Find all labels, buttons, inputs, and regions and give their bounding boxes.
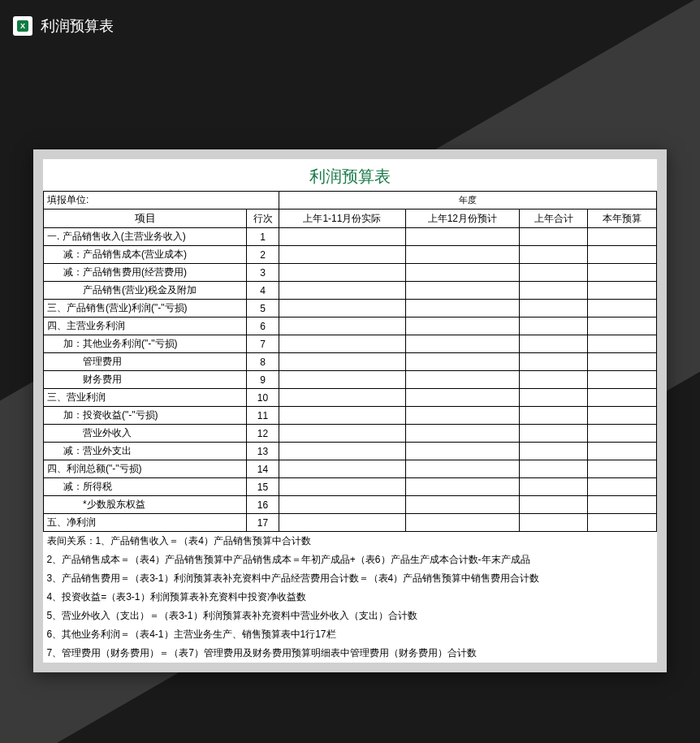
- row-label: 三、产品销售(营业)利润("-"亏损): [44, 300, 247, 318]
- data-cell[interactable]: [405, 443, 519, 460]
- data-cell[interactable]: [279, 228, 406, 246]
- data-cell[interactable]: [519, 282, 588, 300]
- row-label: 四、主营业务利润: [44, 318, 247, 335]
- file-title: 利润预算表: [41, 16, 114, 36]
- note-text: 4、投资收益=（表3-1）利润预算表补充资料中投资净收益数: [44, 588, 657, 607]
- data-cell[interactable]: [519, 443, 588, 460]
- data-cell[interactable]: [405, 300, 519, 318]
- data-cell[interactable]: [519, 264, 588, 282]
- data-cell[interactable]: [519, 335, 588, 353]
- data-cell[interactable]: [519, 478, 588, 496]
- data-cell[interactable]: [588, 460, 657, 478]
- data-cell[interactable]: [279, 335, 406, 353]
- data-cell[interactable]: [405, 389, 519, 407]
- row-number: 8: [247, 353, 279, 371]
- col-header-1: 上年1-11月份实际: [279, 210, 406, 228]
- data-cell[interactable]: [519, 371, 588, 389]
- data-cell[interactable]: [588, 318, 657, 335]
- data-cell[interactable]: [405, 335, 519, 353]
- note-row: 4、投资收益=（表3-1）利润预算表补充资料中投资净收益数: [44, 588, 657, 607]
- data-cell[interactable]: [519, 300, 588, 318]
- data-cell[interactable]: [405, 282, 519, 300]
- table-row: 减：产品销售成本(营业成本)2: [44, 246, 657, 264]
- note-row: 表间关系：1、产品销售收入＝（表4）产品销售预算中合计数: [44, 532, 657, 551]
- data-cell[interactable]: [279, 353, 406, 371]
- data-cell[interactable]: [279, 478, 406, 496]
- data-cell[interactable]: [588, 425, 657, 443]
- data-cell[interactable]: [405, 246, 519, 264]
- data-cell[interactable]: [279, 300, 406, 318]
- data-cell[interactable]: [279, 264, 406, 282]
- data-cell[interactable]: [519, 318, 588, 335]
- row-number: 6: [247, 318, 279, 335]
- data-cell[interactable]: [405, 478, 519, 496]
- data-cell[interactable]: [588, 228, 657, 246]
- unit-label: 填报单位:: [44, 192, 279, 210]
- note-row: 5、营业外收入（支出）＝（表3-1）利润预算表补充资料中营业外收入（支出）合计数: [44, 607, 657, 625]
- data-cell[interactable]: [279, 514, 406, 532]
- year-label: 年度: [279, 192, 657, 210]
- data-cell[interactable]: [519, 460, 588, 478]
- row-number: 11: [247, 407, 279, 425]
- data-cell[interactable]: [405, 228, 519, 246]
- data-cell[interactable]: [519, 246, 588, 264]
- data-cell[interactable]: [405, 371, 519, 389]
- table-row: 减：所得税15: [44, 478, 657, 496]
- data-cell[interactable]: [588, 496, 657, 514]
- data-cell[interactable]: [519, 514, 588, 532]
- data-cell[interactable]: [405, 353, 519, 371]
- data-cell[interactable]: [588, 300, 657, 318]
- data-cell[interactable]: [279, 389, 406, 407]
- data-cell[interactable]: [405, 460, 519, 478]
- excel-icon: X: [13, 16, 32, 36]
- data-cell[interactable]: [405, 264, 519, 282]
- data-cell[interactable]: [279, 318, 406, 335]
- data-cell[interactable]: [519, 496, 588, 514]
- data-cell[interactable]: [279, 282, 406, 300]
- table-row: 产品销售(营业)税金及附加4: [44, 282, 657, 300]
- table-row: 五、净利润17: [44, 514, 657, 532]
- data-cell[interactable]: [588, 371, 657, 389]
- row-label: 管理费用: [44, 353, 247, 371]
- table-row: 财务费用9: [44, 371, 657, 389]
- data-cell[interactable]: [588, 389, 657, 407]
- data-cell[interactable]: [279, 496, 406, 514]
- data-cell[interactable]: [279, 460, 406, 478]
- data-cell[interactable]: [588, 282, 657, 300]
- data-cell[interactable]: [588, 478, 657, 496]
- table-row: 三、营业利润10: [44, 389, 657, 407]
- data-cell[interactable]: [588, 264, 657, 282]
- data-cell[interactable]: [279, 443, 406, 460]
- table-row: 减：产品销售费用(经营费用)3: [44, 264, 657, 282]
- table-row: 减：营业外支出13: [44, 443, 657, 460]
- data-cell[interactable]: [405, 514, 519, 532]
- col-header-4: 本年预算: [588, 210, 657, 228]
- data-cell[interactable]: [588, 514, 657, 532]
- data-cell[interactable]: [519, 353, 588, 371]
- data-cell[interactable]: [405, 425, 519, 443]
- data-cell[interactable]: [279, 246, 406, 264]
- data-cell[interactable]: [279, 371, 406, 389]
- data-cell[interactable]: [588, 246, 657, 264]
- data-cell[interactable]: [279, 407, 406, 425]
- data-cell[interactable]: [519, 425, 588, 443]
- row-label: 减：产品销售成本(营业成本): [44, 246, 247, 264]
- table-row: 管理费用8: [44, 353, 657, 371]
- data-cell[interactable]: [519, 407, 588, 425]
- data-cell[interactable]: [588, 353, 657, 371]
- data-cell[interactable]: [588, 335, 657, 353]
- row-label: 减：所得税: [44, 478, 247, 496]
- data-cell[interactable]: [588, 407, 657, 425]
- row-number: 13: [247, 443, 279, 460]
- data-cell[interactable]: [405, 407, 519, 425]
- data-cell[interactable]: [519, 228, 588, 246]
- row-label: 一. 产品销售收入(主营业务收入): [44, 228, 247, 246]
- data-cell[interactable]: [519, 389, 588, 407]
- data-cell[interactable]: [405, 496, 519, 514]
- data-cell[interactable]: [279, 425, 406, 443]
- col-header-3: 上年合计: [519, 210, 588, 228]
- data-cell[interactable]: [405, 318, 519, 335]
- data-cell[interactable]: [588, 443, 657, 460]
- note-text: 3、产品销售费用＝（表3-1）利润预算表补充资料中产品经营费用合计数＝（表4）产…: [44, 569, 657, 588]
- row-number: 9: [247, 371, 279, 389]
